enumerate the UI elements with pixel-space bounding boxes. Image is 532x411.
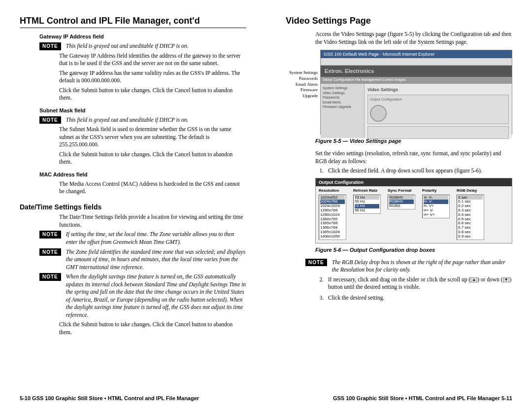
step-1: Click the desired field. A drop down scr…	[325, 167, 512, 175]
datetime-p2: Click the Submit button to take changes.…	[59, 321, 246, 336]
step-3: Click the desired setting.	[325, 294, 512, 302]
col-resolution: Resolution 1024x852 1024x768 1024x1024 1…	[319, 188, 346, 240]
datetime-note3-row: NOTE When the daylight savings time feat…	[39, 273, 246, 319]
fig6-title: Output Configuration	[316, 178, 512, 186]
datetime-note3: When the daylight savings time feature i…	[66, 273, 246, 319]
note-tag: NOTE	[39, 116, 61, 124]
col-rgb: RGB Delay 0 sec 0.1 sec 0.2 sec 0.3 sec …	[457, 188, 484, 240]
col-sync: Sync Format RGBHV RGBHV RGBS	[388, 188, 415, 240]
datetime-heading: Date/Time Settings fields	[20, 203, 246, 212]
callout-system: System Settings	[288, 70, 318, 76]
list-item[interactable]: 96 Hz	[355, 208, 379, 213]
steps-list: Click the desired field. A drop down scr…	[315, 167, 512, 175]
sidebar-item: System Settings	[323, 86, 362, 90]
fig5-main-title: Video Settings	[367, 87, 509, 93]
fig5-panel-2	[367, 126, 509, 139]
page-left: HTML Control and IPL File Manager, cont'…	[0, 0, 266, 411]
scroll-down-icon: ▼	[503, 277, 510, 282]
left-title: HTML Control and IPL File Manager, cont'…	[20, 15, 246, 28]
callout-labels: System Settings Passwords Email Alerts F…	[288, 70, 318, 99]
callout-passwords: Passwords	[288, 76, 318, 82]
fig5-panel: Output Configuration	[367, 95, 509, 124]
fig5-toolbar	[321, 58, 512, 66]
note-tag: NOTE	[39, 42, 61, 50]
rgb-note-row: NOTE The RGB Delay drop box is shown at …	[305, 259, 512, 274]
subnet-note: This field is grayed out and uneditable …	[66, 116, 189, 124]
mac-heading: MAC Address field	[39, 171, 246, 178]
figure-5-6: Output Configuration Resolution 1024x852…	[315, 178, 512, 243]
col-polarity: Polarity H- V- H- V- H- V+ H+ V- H+ V+	[422, 188, 450, 240]
figure-5-5: System Settings Passwords Email Alerts F…	[320, 50, 512, 135]
list-item[interactable]: RGBS	[389, 204, 414, 208]
sync-listbox[interactable]: RGBHV RGBHV RGBS	[388, 195, 415, 209]
steps-list-2: If necessary, click and drag on the slid…	[315, 276, 512, 302]
datetime-p1: The Date/Time Settings fields provide a …	[59, 213, 246, 229]
step2-b: ) or down (	[477, 276, 502, 282]
fig5-titlebar: GSS 100 Default Web Page - Microsoft Int…	[321, 50, 512, 58]
fig5-banner: Extron. Electronics	[321, 66, 512, 77]
mac-p1: The Media Access Control (MAC) Address i…	[59, 180, 246, 196]
col-h: Polarity	[422, 188, 450, 194]
col-h: Refresh Rate	[353, 188, 381, 194]
step-2: If necessary, click and drag on the slid…	[325, 276, 512, 291]
subnet-p2: Click the Submit button to take changes.…	[59, 151, 246, 166]
page-right: Video Settings Page Access the Video Set…	[266, 0, 532, 411]
col-h: RGB Delay	[457, 188, 484, 194]
subnet-note-row: NOTE This field is grayed out and unedit…	[39, 116, 246, 124]
polarity-listbox[interactable]: H- V- H- V- H- V+ H+ V- H+ V+	[422, 195, 450, 218]
sidebar-item: Video Settings	[323, 91, 362, 95]
gateway-note: This field is grayed out and uneditable …	[66, 42, 189, 50]
refresh-listbox[interactable]: 72 Hz 50 Hz 72 Hz 96 Hz	[353, 195, 381, 214]
sidebar-item: Email Alerts	[323, 100, 362, 104]
scroll-up-icon: ▲	[470, 277, 477, 282]
col-refresh: Refresh Rate 72 Hz 50 Hz 72 Hz 96 Hz	[353, 188, 381, 240]
subnet-p1: The Subnet Mask field is used to determi…	[59, 126, 246, 149]
right-intro: Access the Video Settings page (figure 5…	[315, 31, 512, 46]
gateway-heading: Gateway IP Address field	[39, 33, 246, 40]
gateway-p1: The Gateway IP Address field identifies …	[59, 52, 246, 68]
footer-right: GSS 100 Graphic Still Store • HTML Contr…	[333, 395, 512, 402]
note-tag: NOTE	[39, 248, 61, 256]
callout-firmware: Firmware Upgrade	[288, 87, 318, 99]
col-h: Sync Format	[388, 188, 415, 194]
resolution-listbox[interactable]: 1024x852 1024x768 1024x1024 1280x768 128…	[319, 195, 346, 240]
datetime-note2-row: NOTE The Zone field identifies the stand…	[39, 248, 246, 272]
rgb-note: The RGB Delay drop box is shown at the r…	[332, 259, 512, 274]
loading-icon	[370, 105, 387, 122]
panel-label: Output Configuration	[370, 98, 402, 101]
right-title: Video Settings Page	[286, 15, 512, 28]
subnet-heading: Subnet Mask field	[39, 107, 246, 114]
list-item[interactable]: 480p	[320, 239, 345, 240]
datetime-note1: If setting the time, set the local time.…	[66, 231, 246, 246]
fig6-caption: Figure 5-6 — Output Configuration drop b…	[315, 246, 512, 254]
note-tag: NOTE	[39, 273, 61, 281]
fig5-sidebar: System Settings Video Settings Passwords…	[321, 84, 365, 138]
gateway-note-row: NOTE This field is grayed out and unedit…	[39, 42, 246, 50]
fig5-tabs: Status Configuration File Management Con…	[321, 77, 512, 84]
note-tag: NOTE	[39, 231, 61, 239]
gateway-p3: Click the Submit button to take changes.…	[59, 87, 246, 102]
sidebar-item: Firmware Upgrade	[323, 104, 362, 109]
footer-left: 5-10 GSS 100 Graphic Still Store • HTML …	[20, 395, 199, 402]
list-item[interactable]: 1 sec	[458, 239, 483, 240]
step2-a: If necessary, click and drag on the slid…	[328, 276, 470, 282]
callout-email: Email Alerts	[288, 82, 318, 88]
set-p: Set the video settings (resolution, refr…	[315, 150, 512, 165]
gateway-p2: The gateway IP address has the same vali…	[59, 69, 246, 85]
sidebar-item: Passwords	[323, 95, 362, 100]
datetime-note1-row: NOTE If setting the time, set the local …	[39, 231, 246, 246]
note-tag: NOTE	[305, 259, 327, 267]
list-item[interactable]: H+ V+	[424, 213, 448, 217]
col-h: Resolution	[319, 188, 346, 194]
fig5-main: Video Settings Output Configuration	[365, 84, 512, 138]
datetime-note2: The Zone field identifies the standard t…	[66, 248, 246, 272]
rgb-listbox[interactable]: 0 sec 0.1 sec 0.2 sec 0.3 sec 0.4 sec 0.…	[457, 195, 484, 240]
